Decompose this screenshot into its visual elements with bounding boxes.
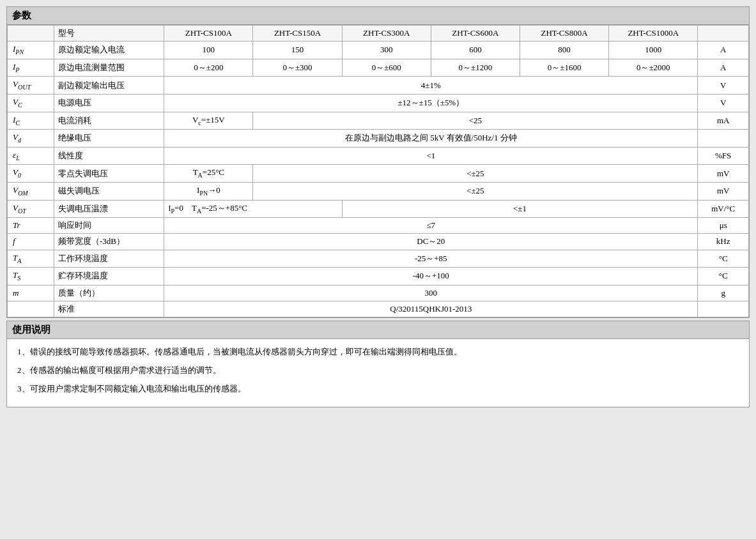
symbol-vd: Vd bbox=[8, 130, 54, 148]
condition-vot: IP=0 TA=-25～+85°C bbox=[164, 200, 342, 218]
row-ip: IP 原边电流测量范围 0～±200 0～±300 0～±600 0～±1200… bbox=[8, 59, 749, 77]
symbol-el: εL bbox=[8, 147, 54, 165]
val-ipn-5: 800 bbox=[520, 42, 608, 59]
name-ta: 工作环境温度 bbox=[54, 250, 164, 268]
row-vd: Vd 绝缘电压 在原边与副边电路之间 5kV 有效值/50Hz/1 分钟 bbox=[8, 130, 749, 148]
name-ts: 贮存环境温度 bbox=[54, 268, 164, 285]
symbol-vot: VOT bbox=[8, 200, 54, 218]
row-ta: TA 工作环境温度 -25～+85 °C bbox=[8, 250, 749, 268]
condition-ic: Vc=±15V bbox=[164, 112, 253, 130]
unit-m: g bbox=[698, 285, 749, 301]
name-el: 线性度 bbox=[54, 147, 164, 165]
val-ipn-2: 150 bbox=[253, 42, 342, 59]
row-ipn: IPN 原边额定输入电流 100 150 300 600 800 1000 A bbox=[8, 42, 749, 59]
header-model-4: ZHT-CS600A bbox=[431, 26, 520, 42]
name-ipn: 原边额定输入电流 bbox=[54, 42, 164, 59]
row-f: f 频带宽度（-3dB） DC～20 kHz bbox=[8, 234, 749, 250]
val-ipn-1: 100 bbox=[164, 42, 253, 59]
params-section: 参数 型号 bbox=[6, 6, 750, 318]
row-ts: TS 贮存环境温度 -40～+100 °C bbox=[8, 268, 749, 285]
unit-vom: mV bbox=[698, 182, 749, 200]
val-ip-4: 0～±1200 bbox=[431, 59, 520, 77]
usage-item-2: 2、传感器的输出幅度可根据用户需求进行适当的调节。 bbox=[17, 364, 739, 377]
row-standard: 标准 Q/320115QHKJ01-2013 bbox=[8, 301, 749, 317]
val-ip-5: 0～±1600 bbox=[520, 59, 608, 77]
unit-ta: °C bbox=[698, 250, 749, 268]
row-ic: IC 电流消耗 Vc=±15V <25 mA bbox=[8, 112, 749, 130]
name-vom: 磁失调电压 bbox=[54, 182, 164, 200]
symbol-ta: TA bbox=[8, 250, 54, 268]
params-header: 参数 bbox=[6, 6, 750, 25]
symbol-tr: Tr bbox=[8, 218, 54, 234]
unit-v0: mV bbox=[698, 165, 749, 183]
symbol-ts: TS bbox=[8, 268, 54, 285]
row-m: m 质量（约） 300 g bbox=[8, 285, 749, 301]
unit-ts: °C bbox=[698, 268, 749, 285]
header-model-5: ZHT-CS800A bbox=[520, 26, 608, 42]
val-m: 300 bbox=[164, 285, 698, 301]
unit-f: kHz bbox=[698, 234, 749, 250]
usage-section: 使用说明 1、错误的接线可能导致传感器损坏。传感器通电后，当被测电流从传感器箭头… bbox=[6, 321, 750, 407]
symbol-f: f bbox=[8, 234, 54, 250]
unit-ip: A bbox=[698, 59, 749, 77]
name-standard: 标准 bbox=[54, 301, 164, 317]
val-standard: Q/320115QHKJ01-2013 bbox=[164, 301, 698, 317]
symbol-v0: V0 bbox=[8, 165, 54, 183]
symbol-standard bbox=[8, 301, 54, 317]
row-vot: VOT 失调电压温漂 IP=0 TA=-25～+85°C <±1 mV/°C bbox=[8, 200, 749, 218]
name-vot: 失调电压温漂 bbox=[54, 200, 164, 218]
symbol-vc: VC bbox=[8, 94, 54, 112]
header-model-label: 型号 bbox=[54, 26, 164, 42]
specs-table: 型号 ZHT-CS100A ZHT-CS150A ZHT-CS300A ZHT-… bbox=[7, 25, 749, 317]
val-v0: <±25 bbox=[253, 165, 698, 183]
val-ipn-4: 600 bbox=[431, 42, 520, 59]
val-vot: <±1 bbox=[342, 200, 698, 218]
symbol-vom: VOM bbox=[8, 182, 54, 200]
val-ipn-3: 300 bbox=[342, 42, 431, 59]
symbol-vout: VOUT bbox=[8, 77, 54, 95]
unit-vc: V bbox=[698, 94, 749, 112]
usage-header: 使用说明 bbox=[6, 321, 750, 339]
condition-vom: IPN→0 bbox=[164, 182, 253, 200]
usage-item-1: 1、错误的接线可能导致传感器损坏。传感器通电后，当被测电流从传感器箭头方向穿过，… bbox=[17, 345, 739, 359]
symbol-ip: IP bbox=[8, 59, 54, 77]
name-v0: 零点失调电压 bbox=[54, 165, 164, 183]
unit-vd bbox=[698, 130, 749, 148]
unit-vout: V bbox=[698, 77, 749, 95]
unit-standard bbox=[698, 301, 749, 317]
header-model-6: ZHT-CS1000A bbox=[609, 26, 698, 42]
val-ip-2: 0～±300 bbox=[253, 59, 342, 77]
condition-v0: TA=25°C bbox=[164, 165, 253, 183]
name-ip: 原边电流测量范围 bbox=[54, 59, 164, 77]
name-tr: 响应时间 bbox=[54, 218, 164, 234]
val-ip-1: 0～±200 bbox=[164, 59, 253, 77]
val-tr: ≤7 bbox=[164, 218, 698, 234]
row-vc: VC 电源电压 ±12～±15（±5%） V bbox=[8, 94, 749, 112]
row-v0: V0 零点失调电压 TA=25°C <±25 mV bbox=[8, 165, 749, 183]
name-vc: 电源电压 bbox=[54, 94, 164, 112]
row-el: εL 线性度 <1 %FS bbox=[8, 147, 749, 165]
val-ts: -40～+100 bbox=[164, 268, 698, 285]
val-vd: 在原边与副边电路之间 5kV 有效值/50Hz/1 分钟 bbox=[164, 130, 698, 148]
val-vout: 4±1% bbox=[164, 77, 698, 95]
val-ipn-6: 1000 bbox=[609, 42, 698, 59]
unit-ipn: A bbox=[698, 42, 749, 59]
header-unit-cell bbox=[698, 26, 749, 42]
unit-tr: μs bbox=[698, 218, 749, 234]
symbol-ipn: IPN bbox=[8, 42, 54, 59]
header-model-1: ZHT-CS100A bbox=[164, 26, 253, 42]
usage-item-3: 3、可按用户需求定制不同额定输入电流和输出电压的传感器。 bbox=[17, 383, 739, 396]
symbol-ic: IC bbox=[8, 112, 54, 130]
val-el: <1 bbox=[164, 147, 698, 165]
header-model-2: ZHT-CS150A bbox=[253, 26, 342, 42]
name-m: 质量（约） bbox=[54, 285, 164, 301]
unit-ic: mA bbox=[698, 112, 749, 130]
val-ip-6: 0～±2000 bbox=[609, 59, 698, 77]
table-container: 型号 ZHT-CS100A ZHT-CS150A ZHT-CS300A ZHT-… bbox=[6, 25, 750, 318]
unit-vot: mV/°C bbox=[698, 200, 749, 218]
val-vom: <±25 bbox=[253, 182, 698, 200]
unit-el: %FS bbox=[698, 147, 749, 165]
val-ta: -25～+85 bbox=[164, 250, 698, 268]
val-vc: ±12～±15（±5%） bbox=[164, 94, 698, 112]
name-vd: 绝缘电压 bbox=[54, 130, 164, 148]
